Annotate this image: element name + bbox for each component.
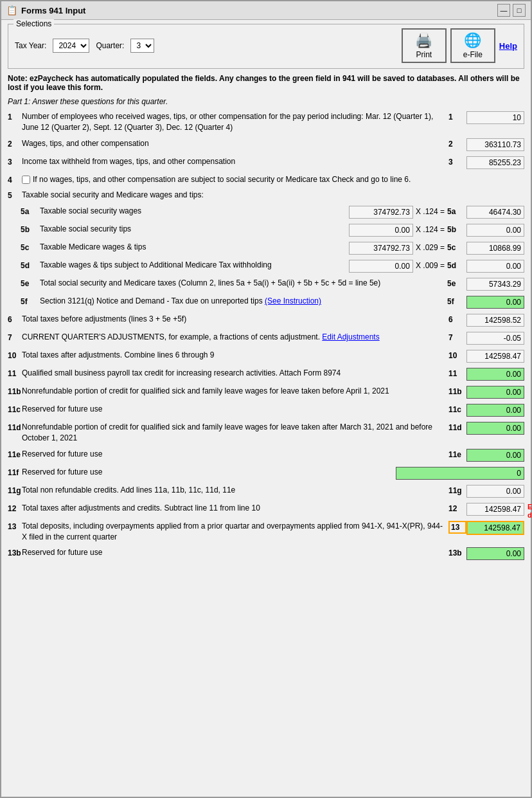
maximize-button[interactable]: □ <box>513 4 526 17</box>
field-number: 10 <box>448 350 466 360</box>
field-1-input[interactable] <box>466 111 524 124</box>
field-5d-left-input[interactable] <box>349 260 413 273</box>
row-number: 5 <box>8 190 22 200</box>
field-number: 11b <box>448 386 466 396</box>
row-number: 2 <box>8 138 22 149</box>
note-box: Note: ezPaycheck has automatically popul… <box>8 74 524 92</box>
tax-year-label: Tax Year: <box>15 41 46 50</box>
field-number: 6 <box>448 314 466 324</box>
print-label: Print <box>416 50 432 59</box>
field-6-input[interactable] <box>466 314 524 327</box>
table-row: 5a Taxable social security wages X .124 … <box>21 204 524 220</box>
sub-row-desc: Section 3121(q) Notice and Demand - Tax … <box>40 296 447 307</box>
table-row: 5 Taxable social security and Medicare w… <box>8 188 524 202</box>
field-11f-input[interactable] <box>396 467 524 480</box>
row-description: Number of employees who received wages, … <box>22 111 448 133</box>
row-number: 11g <box>8 485 22 495</box>
table-row: 1 Number of employees who received wages… <box>8 110 524 134</box>
row-description: Qualified small business payroll tax cre… <box>22 368 448 379</box>
part-header: Part 1: Answer these questions for this … <box>8 97 524 106</box>
field-5c-result[interactable] <box>466 242 524 255</box>
field-7-input[interactable] <box>466 332 524 345</box>
row-number: 10 <box>8 350 22 360</box>
form-body: Part 1: Answer these questions for this … <box>8 97 524 561</box>
field-5a-left-input[interactable] <box>349 206 413 219</box>
print-button[interactable]: 🖨️ Print <box>402 28 447 63</box>
field-5a-result[interactable] <box>466 206 524 219</box>
table-row: 13b Reserved for future use 13b <box>8 546 524 561</box>
field-5f-result[interactable] <box>466 296 524 309</box>
efile-icon: 🌐 <box>464 32 481 49</box>
see-instruction-link[interactable]: (See Instruction) <box>265 296 321 305</box>
field-5e-result[interactable] <box>466 278 524 291</box>
field-number: 13b <box>448 547 466 558</box>
efile-button[interactable]: 🌐 e-File <box>450 28 495 63</box>
field-13b-input[interactable] <box>466 547 524 560</box>
field-13-input[interactable] <box>466 521 524 535</box>
help-link[interactable]: Help <box>499 41 517 51</box>
sub-row-desc: Taxable Medicare wages & tips <box>40 242 349 253</box>
field-11c-input[interactable] <box>466 404 524 417</box>
table-row: 5b Taxable social security tips X .124 =… <box>21 222 524 238</box>
field-5d-result[interactable] <box>466 260 524 273</box>
field-3-input[interactable] <box>466 156 524 169</box>
minimize-button[interactable]: — <box>497 4 510 17</box>
row-number: 1 <box>8 111 22 122</box>
table-row: 13 Total deposits, including overpayment… <box>8 520 524 544</box>
row-description: Reserved for future use <box>22 467 396 478</box>
note-text: Note: ezPaycheck has automatically popul… <box>8 74 520 92</box>
field-11g-input[interactable] <box>466 485 524 498</box>
table-row: 5e Total social security and Medicare ta… <box>21 277 524 292</box>
multiplier-5c: X .029 = <box>416 242 445 252</box>
table-row: 3 Income tax withheld from wages, tips, … <box>8 155 524 170</box>
field-5c-left-input[interactable] <box>349 242 413 255</box>
field-11b-input[interactable] <box>466 386 524 399</box>
field-11d-input[interactable] <box>466 422 524 435</box>
row-description: Total taxes after adjustments and credit… <box>22 503 448 514</box>
row-description: Reserved for future use <box>22 449 448 460</box>
edit-adjustments-link[interactable]: Edit Adjustments <box>322 332 379 341</box>
field-10-input[interactable] <box>466 350 524 363</box>
table-row: 11b Nonrefundable portion of credit for … <box>8 385 524 400</box>
row-description: Total taxes after adjustments. Combine l… <box>22 350 448 361</box>
row-number: 11f <box>8 467 22 477</box>
row-description: Total taxes before adjustments (lines 3 … <box>22 314 448 325</box>
field-5b-left-input[interactable] <box>349 224 413 237</box>
sub-row-num: 5c <box>21 242 40 252</box>
row-number: 11c <box>8 404 22 414</box>
table-row: 11d Nonrefundable portion of credit for … <box>8 421 524 445</box>
row-number: 11b <box>8 386 22 396</box>
row-description: Wages, tips, and other compensation <box>22 138 448 149</box>
table-row: 5c Taxable Medicare wages & tips X .029 … <box>21 240 524 256</box>
sub-row-desc: Taxable wages & tips subject to Addition… <box>40 260 349 271</box>
checkbox-label: If no wages, tips, and other compensatio… <box>22 174 520 185</box>
field-number-13: 13 <box>448 521 466 534</box>
sub-row-desc: Taxable social security tips <box>40 224 349 235</box>
sub-field-num: 5f <box>447 296 466 306</box>
table-row: 12 Total taxes after adjustments and cre… <box>8 502 524 517</box>
table-row: 11c Reserved for future use 11c <box>8 403 524 418</box>
tax-year-select[interactable]: 2024 2023 2022 <box>53 39 89 53</box>
sub-field-num: 5b <box>447 224 466 234</box>
table-row: 2 Wages, tips, and other compensation 2 <box>8 137 524 152</box>
field-2-input[interactable] <box>466 138 524 151</box>
quarter-label: Quarter: <box>96 41 124 50</box>
title-bar: 📋 Forms 941 Input — □ <box>1 1 531 20</box>
multiplier-5a: X .124 = <box>416 206 445 216</box>
row-4-checkbox[interactable] <box>22 176 30 184</box>
quarter-select[interactable]: 1 2 3 4 <box>130 39 154 53</box>
field-number: 7 <box>448 332 466 342</box>
sub-row-num: 5b <box>21 224 40 234</box>
row-number: 6 <box>8 314 22 324</box>
table-row: 7 CURRENT QUARTER'S ADJUSTMENTS, for exa… <box>8 331 524 346</box>
row-number: 3 <box>8 156 22 167</box>
row-description: Reserved for future use <box>22 547 448 558</box>
row-number: 11 <box>8 368 22 378</box>
field-11-input[interactable] <box>466 368 524 381</box>
field-12-input[interactable] <box>466 503 524 516</box>
row-description: Total non refundable credits. Add lines … <box>22 485 448 496</box>
row-number: 11e <box>8 449 22 459</box>
field-11e-input[interactable] <box>466 449 524 462</box>
field-5b-result[interactable] <box>466 224 524 237</box>
row-number: 13 <box>8 521 22 531</box>
